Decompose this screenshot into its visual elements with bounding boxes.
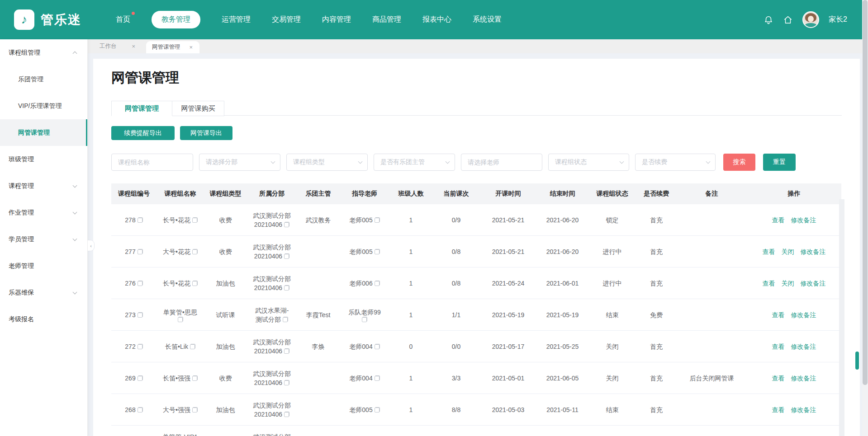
nav-item-home[interactable]: 首页 <box>116 11 130 28</box>
reset-button[interactable]: 重置 <box>763 154 796 171</box>
copy-icon[interactable] <box>138 344 143 349</box>
action-link[interactable]: 查看 <box>772 374 785 383</box>
branch-select[interactable]: 请选择分部 <box>199 154 280 171</box>
copy-icon[interactable] <box>284 253 289 259</box>
copy-icon[interactable] <box>138 312 143 318</box>
sidebar-item-class-mgmt[interactable]: 班级管理 <box>0 146 87 173</box>
action-link[interactable]: 关闭 <box>782 279 794 288</box>
page-scrollbar-thumb[interactable] <box>863 0 868 385</box>
online-class-export-button[interactable]: 网管课导出 <box>180 126 232 140</box>
action-link[interactable]: 查看 <box>772 310 785 319</box>
copy-icon[interactable] <box>375 344 380 349</box>
copy-icon[interactable] <box>375 407 380 413</box>
copy-icon[interactable] <box>190 344 195 349</box>
close-icon[interactable]: × <box>190 44 193 51</box>
copy-icon[interactable] <box>375 281 380 286</box>
copy-icon[interactable] <box>138 375 143 381</box>
copy-icon[interactable] <box>284 380 289 385</box>
action-link[interactable]: 查看 <box>772 342 785 351</box>
sidebar-item-students[interactable]: 学员管理 <box>0 226 87 253</box>
table-scrollbar-track[interactable] <box>839 199 844 436</box>
action-link[interactable]: 修改备注 <box>791 374 816 383</box>
table-cell: 关闭 <box>588 331 636 362</box>
action-link[interactable]: 修改备注 <box>801 247 826 256</box>
course-group-type-select[interactable]: 课程组类型 <box>286 154 368 171</box>
table-cell: 老师004 <box>340 331 389 362</box>
page-scrollbar[interactable] <box>862 0 868 436</box>
sidebar-item-teachers[interactable]: 老师管理 <box>0 253 87 279</box>
home-icon[interactable] <box>783 15 793 25</box>
course-group-status-select[interactable]: 课程组状态 <box>548 154 629 171</box>
sidebar-item-instrument[interactable]: 乐器维保 <box>0 279 87 306</box>
table-cell: 2021-05-24 <box>480 267 536 299</box>
copy-icon[interactable] <box>283 317 288 322</box>
sidebar-collapse-handle[interactable]: ‹ <box>88 240 95 251</box>
action-link[interactable]: 查看 <box>772 216 785 225</box>
copy-icon[interactable] <box>284 412 289 417</box>
sidebar-item-online-class[interactable]: 网管课管理 <box>0 119 87 146</box>
table-cell-actions: 查看修改备注 <box>747 204 841 235</box>
copy-icon[interactable] <box>375 217 380 223</box>
copy-icon[interactable] <box>375 375 380 381</box>
sidebar-item-vip-theory[interactable]: VIP/乐理课管理 <box>0 93 87 119</box>
nav-item-settings[interactable]: 系统设置 <box>473 11 502 28</box>
copy-icon[interactable] <box>192 249 198 254</box>
table-row: 单簧管•VIP1武汉测试分部 <box>111 426 841 436</box>
table-cell: 2021-06-05 <box>536 362 588 394</box>
renew-select[interactable]: 是否续费 <box>635 154 716 171</box>
action-link[interactable]: 修改备注 <box>791 405 816 414</box>
user-name[interactable]: 家长2 <box>829 15 847 24</box>
search-button[interactable]: 搜索 <box>723 154 755 171</box>
nav-item-academic[interactable]: 教务管理 <box>152 11 200 28</box>
tab-workbench[interactable]: 工作台 × <box>88 39 146 53</box>
copy-icon[interactable] <box>284 285 289 291</box>
table-cell: 进行中 <box>588 267 636 299</box>
copy-icon[interactable] <box>375 249 380 254</box>
nav-item-trade[interactable]: 交易管理 <box>272 11 301 28</box>
sidebar-item-course-mgmt[interactable]: 课程管理 <box>0 173 87 199</box>
sidebar-item-orchestra[interactable]: 乐团管理 <box>0 66 87 93</box>
close-icon[interactable]: × <box>132 43 136 50</box>
tab-online-class-mgmt[interactable]: 网管课管理 × <box>146 41 199 53</box>
copy-icon[interactable] <box>192 281 198 286</box>
copy-icon[interactable] <box>362 317 367 322</box>
nav-item-report[interactable]: 报表中心 <box>422 11 451 28</box>
copy-icon[interactable] <box>192 217 198 223</box>
teacher-input[interactable] <box>461 154 542 171</box>
nav-item-operation[interactable]: 运营管理 <box>222 11 251 28</box>
action-link[interactable]: 修改备注 <box>791 342 816 351</box>
table-cell <box>297 267 340 299</box>
copy-icon[interactable] <box>284 222 289 227</box>
copy-icon[interactable] <box>138 249 143 254</box>
has-leader-select[interactable]: 是否有乐团主管 <box>374 154 455 171</box>
copy-icon[interactable] <box>138 217 143 223</box>
action-link[interactable]: 查看 <box>772 405 785 414</box>
course-group-name-input[interactable] <box>111 154 193 171</box>
tab-online-class-manage[interactable]: 网管课管理 <box>111 101 172 116</box>
renew-remind-export-button[interactable]: 续费提醒导出 <box>111 126 175 140</box>
table-cell: 单簧管•VIP1 <box>157 426 204 436</box>
copy-icon[interactable] <box>138 407 143 413</box>
copy-icon[interactable] <box>192 407 198 413</box>
sidebar-item-exam[interactable]: 考级报名 <box>0 306 87 333</box>
action-link[interactable]: 查看 <box>763 247 775 256</box>
action-link[interactable]: 修改备注 <box>801 279 826 288</box>
tab-online-class-purchase[interactable]: 网管课购买 <box>172 101 224 116</box>
nav-item-goods[interactable]: 商品管理 <box>372 11 401 28</box>
action-link[interactable]: 关闭 <box>782 247 794 256</box>
table-row: 273单簧管•思思试听课武汉水果湖-测试分部李霞Test乐队老师9911/120… <box>111 299 841 331</box>
copy-icon[interactable] <box>192 375 198 381</box>
nav-item-content[interactable]: 内容管理 <box>322 11 351 28</box>
copy-icon[interactable] <box>138 281 143 286</box>
copy-icon[interactable] <box>178 317 183 322</box>
sidebar-item-homework[interactable]: 作业管理 <box>0 199 87 226</box>
floating-scroll-thumb[interactable] <box>855 352 859 370</box>
user-avatar[interactable] <box>802 11 819 28</box>
action-link[interactable]: 修改备注 <box>791 310 816 319</box>
action-link[interactable]: 查看 <box>763 279 775 288</box>
sidebar-item-course-group[interactable]: 课程组管理 <box>0 39 87 66</box>
action-link[interactable]: 修改备注 <box>791 216 816 225</box>
copy-icon[interactable] <box>284 348 289 354</box>
bell-icon[interactable] <box>764 15 773 25</box>
table-cell: 大号•花花 <box>157 236 204 267</box>
